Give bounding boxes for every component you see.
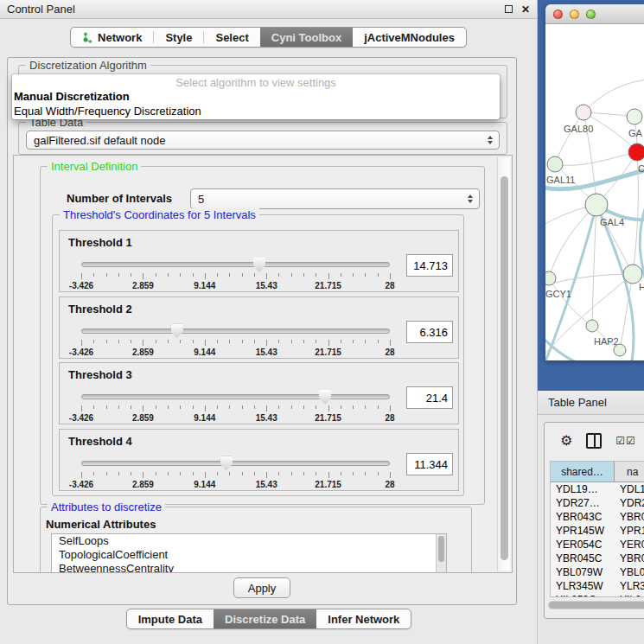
attributes-group: Attributes to discretize Numerical Attri…: [40, 507, 472, 573]
table-row[interactable]: YPR145WYPR1: [551, 524, 644, 538]
slider-tick: [205, 405, 206, 411]
slider-tick: [106, 340, 107, 343]
slider-track[interactable]: [81, 461, 390, 466]
slider-thumb[interactable]: [220, 456, 233, 471]
slider-track[interactable]: [81, 262, 390, 267]
table-horizontal-scrollbar[interactable]: [548, 601, 644, 609]
threshold-slider[interactable]: -3.4262.8599.14415.4321.71528: [81, 394, 390, 424]
attribute-list-item[interactable]: TopologicalCoefficient: [52, 548, 446, 562]
control-panel-titlebar: Control Panel ✕: [0, 0, 537, 19]
slider-tick: [156, 340, 156, 343]
threshold-value-field[interactable]: 6.316: [406, 321, 453, 343]
slider-tick-label: 21.715: [315, 281, 341, 290]
number-of-intervals-label: Number of Intervals: [67, 192, 172, 205]
checkbox-columns-icon[interactable]: ☑☑: [615, 435, 636, 447]
tab-style[interactable]: Style: [154, 28, 203, 47]
algorithm-option-equal-width[interactable]: Equal Width/Frequency Discretization: [12, 104, 500, 118]
network-node-gal11[interactable]: [547, 156, 563, 172]
network-window-titlebar[interactable]: [545, 4, 644, 24]
threshold-row-4: Threshold 4-3.4262.8599.14415.4321.71528…: [59, 429, 459, 491]
slider-tick: [168, 340, 169, 343]
attributes-scrollbar[interactable]: [436, 534, 446, 573]
attribute-list-item[interactable]: SelfLoops: [52, 534, 446, 548]
table-row[interactable]: YDR27…YDR2: [551, 496, 644, 510]
number-of-intervals-combobox[interactable]: 5: [190, 188, 480, 209]
slider-tick: [131, 340, 131, 343]
column-header-name[interactable]: na: [615, 462, 644, 481]
slider-tick: [217, 273, 218, 277]
bottom-tab-discretize-data[interactable]: Discretize Data: [214, 609, 316, 628]
algorithm-dropdown-popup: Select algorithm to view settings Manual…: [12, 74, 500, 119]
table-row[interactable]: YIL053CYIL0: [551, 593, 644, 597]
network-nodes[interactable]: GAL80GACGAL11GAL4GCY1HHAP2: [545, 105, 644, 356]
slider-tick: [242, 273, 243, 277]
network-node[interactable]: [614, 344, 626, 356]
slider-tick-label: -3.426: [69, 281, 93, 290]
table-row[interactable]: YLR345WYLR3: [551, 579, 644, 593]
algorithm-hint: Select algorithm to view settings: [12, 74, 500, 89]
zoom-traffic-light-icon[interactable]: [586, 10, 596, 19]
bottom-tab-impute-data[interactable]: Impute Data: [127, 609, 214, 628]
slider-tick: [353, 273, 354, 277]
slider-tick: [266, 472, 267, 478]
algorithm-option-manual[interactable]: Manual Discretization: [12, 89, 500, 104]
slider-tick: [390, 472, 391, 478]
gear-icon[interactable]: ⚙: [560, 434, 572, 448]
split-columns-icon[interactable]: [586, 433, 602, 449]
slider-tick: [168, 405, 169, 409]
panel-vertical-scrollbar[interactable]: [497, 157, 510, 571]
threshold-label: Threshold 1: [68, 236, 132, 249]
table-row[interactable]: YBR045CYBR0: [551, 552, 644, 565]
slider-tick: [390, 340, 391, 346]
threshold-value-field[interactable]: 21.4: [406, 386, 453, 409]
slider-thumb[interactable]: [253, 258, 265, 272]
threshold-slider[interactable]: -3.4262.8599.14415.4321.71528: [81, 262, 390, 291]
slider-tick: [118, 472, 119, 475]
slider-tick-label: 28: [385, 413, 394, 423]
bottom-tab-infer-network[interactable]: Infer Network: [316, 609, 411, 628]
shared-name-cell: YPR145W: [551, 524, 615, 538]
thresholds-group-title: Threshold's Coordinates for 5 Intervals: [60, 208, 259, 221]
table-row[interactable]: YDL19…YDL1: [551, 482, 644, 496]
threshold-slider[interactable]: -3.4262.8599.14415.4321.71528: [81, 461, 390, 490]
network-node-h[interactable]: [623, 265, 642, 284]
threshold-slider[interactable]: -3.4262.8599.14415.4321.71528: [81, 328, 390, 358]
slider-tick: [291, 472, 292, 475]
table-row[interactable]: YER054CYER0: [551, 538, 644, 552]
apply-button[interactable]: Apply: [233, 577, 290, 598]
tab-select[interactable]: Select: [204, 28, 259, 47]
threshold-value-field[interactable]: 14.713: [406, 254, 453, 277]
slider-track[interactable]: [81, 394, 390, 399]
network-canvas[interactable]: GAL80GACGAL11GAL4GCY1HHAP2: [545, 24, 644, 360]
network-node-hap2[interactable]: [586, 320, 598, 332]
table-data-combobox[interactable]: galFiltered.sif default node: [26, 131, 500, 150]
slider-tick: [229, 472, 230, 475]
slider-tick: [266, 405, 267, 411]
slider-tick-label: 9.144: [194, 281, 215, 290]
tab-jactivemnodules[interactable]: jActiveMNodules: [353, 28, 466, 47]
minimize-traffic-light-icon[interactable]: [570, 10, 579, 19]
network-node-ga[interactable]: [627, 109, 642, 124]
close-traffic-light-icon[interactable]: [553, 10, 563, 19]
slider-tick-label: 9.144: [194, 413, 215, 423]
close-icon[interactable]: ✕: [521, 4, 530, 15]
network-node-gcy1[interactable]: [545, 271, 556, 285]
network-node-c[interactable]: [628, 143, 644, 161]
float-window-icon[interactable]: [505, 5, 513, 13]
threshold-value-field[interactable]: 11.344: [406, 453, 453, 475]
table-row[interactable]: YBR043CYBR0: [551, 510, 644, 524]
slider-track[interactable]: [81, 328, 390, 334]
network-node-gal80[interactable]: [576, 105, 591, 120]
tab-cyni-toolbox[interactable]: Cyni Toolbox: [260, 28, 353, 47]
slider-tick: [93, 340, 94, 343]
shared-name-cell: YDR27…: [551, 496, 615, 510]
slider-tick: [93, 273, 94, 277]
slider-thumb[interactable]: [319, 390, 331, 405]
column-header-shared-name[interactable]: shared…: [551, 462, 615, 481]
network-node-gal4[interactable]: [585, 194, 608, 216]
table-row[interactable]: YBL079WYBL0: [551, 565, 644, 579]
slider-thumb[interactable]: [171, 324, 183, 339]
attribute-list-item[interactable]: BetweennessCentrality: [52, 562, 446, 573]
tab-network[interactable]: Network: [71, 28, 153, 47]
shared-name-cell: YDL19…: [551, 482, 615, 496]
